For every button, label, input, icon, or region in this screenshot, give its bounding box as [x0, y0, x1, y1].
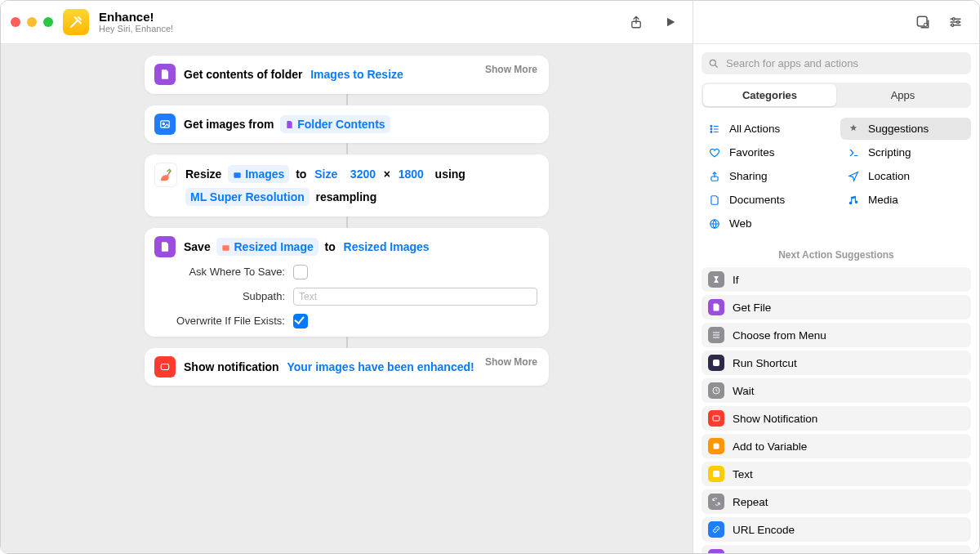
label-resampling: resampling [316, 190, 377, 203]
suggestion-label: Get File [733, 302, 771, 314]
seg-apps[interactable]: Apps [836, 84, 969, 106]
workflow-canvas[interactable]: Show More Get contents of folder Images … [1, 44, 693, 553]
suggestion-show-notification[interactable]: Show Notification [702, 406, 971, 431]
suggestion-label: Show Notification [733, 413, 817, 425]
seg-categories[interactable]: Categories [703, 84, 836, 106]
suggestion-url-encode[interactable]: URL Encode [702, 517, 971, 542]
param-message[interactable]: Your images have been enhanced! [285, 358, 475, 376]
param-destination[interactable]: Resized Images [342, 238, 431, 256]
library-search[interactable] [702, 52, 971, 74]
checkbox-overwrite[interactable] [293, 314, 308, 328]
category-icon [708, 194, 721, 206]
param-height[interactable]: 1800 [397, 165, 425, 183]
notification-app-icon [154, 356, 176, 378]
category-label: Media [868, 194, 898, 206]
share-icon [629, 15, 644, 29]
suggestion-icon [708, 382, 724, 399]
close-button[interactable] [11, 17, 20, 27]
action-save-file[interactable]: Save Resized Image to Resized Images [145, 228, 549, 337]
suggestion-label: Choose from Menu [733, 329, 826, 342]
shortcut-details-button[interactable] [911, 11, 935, 33]
action-resize-image[interactable]: Resize Images to Size 3200 × 1800 [145, 154, 549, 217]
category-icon [708, 218, 721, 230]
action-get-images-from-input[interactable]: Get images from Folder Contents [145, 105, 549, 144]
suggestion-repeat[interactable]: Repeat [702, 489, 971, 514]
search-input[interactable] [724, 56, 964, 70]
suggestion-label: Repeat [733, 496, 768, 508]
zoom-button[interactable] [43, 17, 53, 27]
suggestion-choose-from-menu[interactable]: Choose from Menu [702, 323, 971, 347]
search-icon [708, 58, 719, 69]
suggestion-label: Run Shortcut [733, 357, 797, 369]
category-suggestions[interactable]: Suggestions [840, 118, 971, 140]
label-overwrite: Overwrite If File Exists: [154, 315, 285, 327]
suggestion-save-file[interactable]: Save File [702, 545, 971, 553]
suggestion-add-to-variable[interactable]: Add to Variable [702, 434, 971, 458]
play-icon [664, 16, 677, 29]
connector [346, 143, 348, 154]
details-icon [915, 14, 931, 30]
label-get-contents: Get contents of folder [184, 68, 302, 81]
svg-point-9 [957, 21, 960, 24]
titlebar: Enhance! Hey Siri, Enhance! [1, 1, 693, 44]
param-source[interactable]: Folder Contents [280, 115, 390, 133]
param-input[interactable]: Resized Image [216, 238, 318, 256]
category-media[interactable]: Media [840, 189, 971, 211]
label-resize: Resize [185, 168, 221, 181]
svg-point-10 [951, 24, 954, 26]
shortcut-title[interactable]: Enhance! [99, 10, 173, 24]
category-icon [847, 171, 860, 182]
category-documents[interactable]: Documents [702, 189, 832, 211]
suggestion-icon [708, 299, 724, 315]
file-icon [285, 120, 294, 129]
param-images[interactable]: Images [228, 165, 289, 183]
svg-point-2 [163, 123, 164, 124]
label-subpath: Subpath: [154, 290, 285, 302]
category-scripting[interactable]: Scripting [840, 141, 971, 163]
photo-icon [233, 171, 242, 180]
svg-point-12 [710, 125, 712, 127]
svg-rect-17 [713, 360, 719, 366]
window-controls [11, 17, 53, 27]
suggestion-icon [708, 271, 724, 288]
action-show-notification[interactable]: Show More Show notification Your images … [145, 348, 549, 386]
input-subpath[interactable] [293, 288, 537, 306]
suggestion-wait[interactable]: Wait [702, 378, 971, 403]
suggestion-icon [708, 466, 724, 482]
category-label: Web [729, 217, 752, 230]
category-label: Suggestions [868, 123, 929, 135]
share-button[interactable] [624, 11, 648, 33]
svg-rect-5 [161, 364, 168, 370]
category-web[interactable]: Web [702, 212, 832, 235]
settings-button[interactable] [943, 11, 968, 33]
param-width[interactable]: 3200 [349, 165, 377, 183]
category-all-actions[interactable]: All Actions [702, 118, 832, 140]
suggestions-list: IfGet FileChoose from MenuRun ShortcutWa… [702, 267, 971, 553]
svg-point-13 [710, 128, 712, 130]
title-group: Enhance! Hey Siri, Enhance! [99, 10, 173, 34]
suggestion-get-file[interactable]: Get File [702, 295, 971, 319]
show-more-button[interactable]: Show More [485, 64, 537, 75]
sliders-icon [948, 15, 963, 29]
suggestion-if[interactable]: If [702, 267, 971, 292]
action-text: Get contents of folder Images to Resize [184, 64, 405, 86]
suggestion-text[interactable]: Text [702, 462, 971, 486]
param-size-mode[interactable]: Size [313, 165, 339, 183]
label-ask-where: Ask Where To Save: [154, 266, 285, 278]
category-sharing[interactable]: Sharing [702, 165, 832, 187]
category-favorites[interactable]: Favorites [702, 141, 832, 163]
suggestion-label: URL Encode [733, 524, 795, 536]
run-button[interactable] [658, 11, 683, 33]
library-segmented-control[interactable]: Categories Apps [702, 83, 971, 108]
image-variable-icon [221, 243, 230, 252]
action-get-contents-of-folder[interactable]: Show More Get contents of folder Images … [145, 56, 549, 94]
files-app-icon [154, 64, 176, 85]
category-grid: All ActionsSuggestionsFavoritesScripting… [702, 118, 971, 235]
minimize-button[interactable] [27, 17, 37, 27]
param-folder[interactable]: Images to Resize [309, 65, 405, 83]
show-more-button[interactable]: Show More [485, 356, 537, 368]
category-location[interactable]: Location [840, 165, 971, 187]
param-resample-method[interactable]: ML Super Resolution [185, 188, 310, 206]
suggestion-run-shortcut[interactable]: Run Shortcut [702, 351, 971, 375]
checkbox-ask-where[interactable] [293, 265, 308, 279]
